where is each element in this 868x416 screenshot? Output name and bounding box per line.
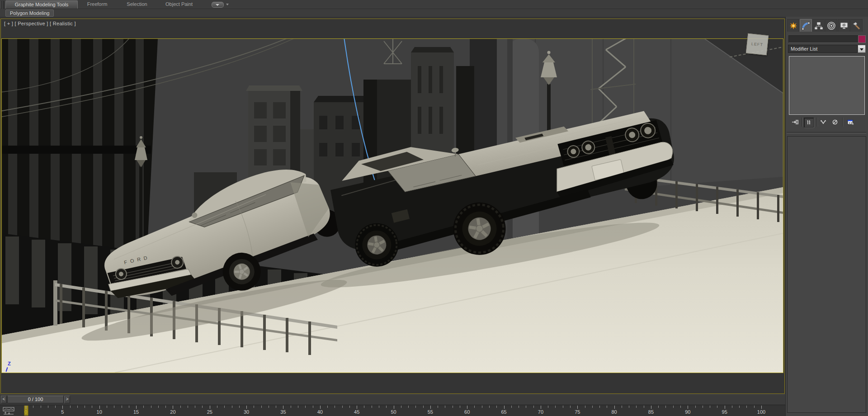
modifier-list-dropdown[interactable]: Modifier List xyxy=(788,45,858,53)
configure-modifier-sets-icon xyxy=(847,118,854,126)
frame-tick xyxy=(62,406,63,409)
modify-tab[interactable] xyxy=(800,19,812,32)
remove-modifier-button[interactable] xyxy=(830,118,840,127)
frame-tick xyxy=(541,406,541,409)
frame-tick xyxy=(703,406,703,408)
frame-label: 0 xyxy=(20,409,31,415)
frame-tick xyxy=(129,406,129,408)
frame-tick xyxy=(651,406,651,409)
frame-tick xyxy=(210,406,210,409)
frame-tick xyxy=(746,406,747,408)
frame-tick xyxy=(305,406,306,408)
frame-tick xyxy=(401,406,401,408)
frame-tick xyxy=(725,406,725,409)
object-color-swatch[interactable] xyxy=(858,35,866,43)
frame-tick xyxy=(695,406,696,408)
time-slider-handle[interactable]: 0 / 100 xyxy=(7,396,64,403)
scene-left-tag: LEFT xyxy=(746,33,769,56)
frame-tick xyxy=(261,406,262,408)
command-panel-tabs xyxy=(787,19,863,33)
frame-tick xyxy=(592,406,593,408)
frame-tick xyxy=(99,406,100,409)
object-name-field[interactable] xyxy=(788,35,859,43)
motion-circles-icon xyxy=(826,21,836,30)
hierarchy-tab[interactable] xyxy=(812,19,825,32)
utilities-tab[interactable] xyxy=(850,19,863,32)
make-unique-icon xyxy=(820,118,827,126)
frame-tick xyxy=(614,406,615,409)
ribbon-options-arrow-icon[interactable] xyxy=(226,4,229,5)
frame-tick xyxy=(158,406,159,408)
frame-tick xyxy=(408,406,409,408)
utilities-hammer-icon xyxy=(852,21,862,30)
tab-freeform[interactable]: Freeform xyxy=(84,1,111,7)
frame-tick xyxy=(607,406,607,408)
tab-selection[interactable]: Selection xyxy=(123,1,151,7)
show-end-result-button[interactable] xyxy=(804,118,814,128)
frame-tick xyxy=(622,406,622,408)
rollout-area xyxy=(787,136,866,413)
previous-frame-button[interactable]: < xyxy=(1,396,7,403)
frame-tick xyxy=(739,406,740,408)
frame-tick xyxy=(173,406,173,409)
modifier-list-arrow-button[interactable] xyxy=(858,45,866,53)
viewport-label[interactable]: [ + ] [ Perspective ] [ Realistic ] xyxy=(4,21,76,26)
tab-object-paint[interactable]: Object Paint xyxy=(162,1,196,7)
scene-3d-render: FORD xyxy=(2,39,783,373)
modifier-stack-list[interactable] xyxy=(789,56,865,115)
frame-tick xyxy=(548,406,548,408)
pin-stack-icon xyxy=(792,118,799,126)
frame-tick xyxy=(232,406,232,408)
frame-label: 100 xyxy=(756,409,767,415)
frame-tick xyxy=(599,406,600,408)
tab-graphite-modeling-tools[interactable]: Graphite Modeling Tools xyxy=(5,0,78,9)
frame-tick xyxy=(85,406,85,408)
frame-tick xyxy=(77,406,78,408)
frame-tick xyxy=(423,406,424,408)
frame-label: 20 xyxy=(167,409,178,415)
frame-tick xyxy=(342,406,343,408)
display-monitor-icon xyxy=(839,21,849,30)
next-frame-button[interactable]: > xyxy=(64,396,70,403)
chevron-down-icon xyxy=(216,4,219,6)
frame-tick xyxy=(136,406,137,409)
frame-label: 75 xyxy=(572,409,583,415)
frame-tick xyxy=(320,406,321,409)
motion-tab[interactable] xyxy=(825,19,837,32)
frame-tick xyxy=(372,406,372,408)
pin-stack-button[interactable] xyxy=(791,118,800,127)
display-tab[interactable] xyxy=(838,19,850,32)
frame-tick xyxy=(283,406,283,409)
frame-tick xyxy=(291,406,291,408)
create-tab[interactable] xyxy=(787,19,799,32)
open-mini-curve-editor-button[interactable] xyxy=(3,407,17,415)
frame-label: 35 xyxy=(278,409,288,415)
frame-tick xyxy=(357,406,357,409)
frame-tick xyxy=(489,406,490,408)
frame-tick xyxy=(313,406,313,408)
frame-tick xyxy=(327,406,328,408)
frame-tick xyxy=(26,406,26,409)
tab-polygon-modeling[interactable]: Polygon Modeling xyxy=(5,9,54,17)
viewport-area[interactable]: [ + ] [ Perspective ] [ Realistic ] xyxy=(0,17,785,394)
viewport-render-region[interactable]: FORD xyxy=(1,38,783,373)
configure-modifier-sets-button[interactable] xyxy=(846,118,855,127)
frame-tick xyxy=(195,406,195,408)
frame-tick xyxy=(151,406,151,408)
frame-tick xyxy=(298,406,298,408)
frame-tick xyxy=(107,406,107,408)
make-unique-button[interactable] xyxy=(819,118,828,127)
frame-label: 5 xyxy=(57,409,68,415)
frame-tick xyxy=(386,406,387,408)
frame-tick xyxy=(453,406,453,408)
frame-label: 70 xyxy=(535,409,546,415)
command-panel: Modifier List xyxy=(785,17,868,416)
frame-label: 90 xyxy=(682,409,693,415)
ribbon-tab-bar: Graphite Modeling Tools Freeform Selecti… xyxy=(0,0,868,9)
ribbon-minimize-button[interactable] xyxy=(212,2,224,8)
frame-label: 10 xyxy=(94,409,105,415)
frame-label: 55 xyxy=(425,409,436,415)
frame-label: 30 xyxy=(241,409,252,415)
time-ruler[interactable]: 0510152025303540455055606570758085909510… xyxy=(21,405,785,416)
frame-tick xyxy=(710,406,710,408)
